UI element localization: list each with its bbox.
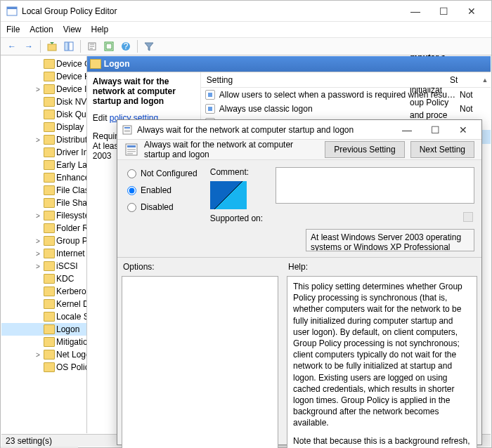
help-label: Help: bbox=[283, 258, 481, 275]
tree-item[interactable]: >Filesystem bbox=[1, 209, 86, 222]
expand-icon[interactable]: > bbox=[34, 86, 42, 93]
toolbar-refresh-icon[interactable] bbox=[102, 39, 116, 53]
toolbar-back-icon[interactable]: ← bbox=[5, 39, 19, 53]
expand-icon[interactable]: > bbox=[34, 136, 42, 144]
tree-item[interactable]: Kerberos bbox=[1, 285, 86, 298]
edit-prefix: Edit bbox=[93, 113, 110, 123]
options-box[interactable] bbox=[122, 276, 278, 448]
tree-pane[interactable]: Device Guard Device Health Attes>Device … bbox=[1, 56, 87, 433]
tree-item[interactable]: Mitigation Options bbox=[1, 336, 86, 348]
help-pane: Help: This policy setting determines whe… bbox=[283, 258, 481, 448]
tree-item-label: Display bbox=[56, 122, 84, 132]
selected-policy-name: Always wait for the network at computer … bbox=[93, 77, 195, 106]
gp-titlebar: Local Group Policy Editor — ☐ ✕ bbox=[1, 1, 491, 22]
folder-icon bbox=[44, 198, 55, 208]
tree-item[interactable]: Kernel DMA Protec bbox=[1, 298, 86, 310]
svg-rect-16 bbox=[127, 149, 136, 150]
tree-item-label: Filesystem bbox=[56, 211, 86, 220]
expand-icon[interactable]: > bbox=[34, 237, 42, 245]
tree-item[interactable]: >Net Logon bbox=[1, 348, 86, 361]
tree-item[interactable]: File Share Shadow C bbox=[1, 197, 86, 209]
gp-window-title: Local Group Policy Editor bbox=[22, 6, 401, 16]
dlg-maximize-button[interactable]: ☐ bbox=[421, 120, 449, 140]
tree-item[interactable]: File Classification In bbox=[1, 184, 86, 197]
tree-item[interactable]: Enhanced Storage A bbox=[1, 171, 86, 184]
radio-disabled[interactable]: Disabled bbox=[127, 202, 198, 212]
windows-logo-icon bbox=[210, 181, 247, 209]
tree-item[interactable]: KDC bbox=[1, 272, 86, 285]
menu-view[interactable]: View bbox=[63, 25, 82, 34]
tree-item[interactable]: OS Policies bbox=[1, 361, 86, 374]
tree-item[interactable]: >Internet Communica bbox=[1, 247, 86, 260]
close-button[interactable]: ✕ bbox=[458, 1, 486, 21]
toolbar-separator bbox=[40, 40, 41, 53]
tree-item[interactable]: Disk NV Cache bbox=[1, 95, 86, 108]
tree-item[interactable]: >Device Installation bbox=[1, 83, 86, 95]
menu-action[interactable]: Action bbox=[30, 25, 53, 34]
list-header: Setting St ▲ bbox=[201, 72, 491, 88]
menu-help[interactable]: Help bbox=[91, 25, 109, 34]
supported-row: At least Windows Server 2003 operating s… bbox=[117, 228, 481, 257]
dlg-titlebar: Always wait for the network at computer … bbox=[117, 120, 481, 140]
tree-item[interactable]: >Distributed COM bbox=[1, 133, 86, 146]
menu-file[interactable]: File bbox=[6, 25, 20, 34]
folder-icon bbox=[44, 362, 55, 372]
svg-rect-2 bbox=[48, 44, 56, 51]
toolbar-filter-icon[interactable] bbox=[142, 39, 156, 53]
svg-rect-12 bbox=[124, 130, 130, 131]
col-setting[interactable]: Setting bbox=[201, 75, 444, 85]
previous-setting-button[interactable]: Previous Setting bbox=[325, 141, 404, 158]
folder-icon bbox=[44, 97, 55, 107]
dlg-close-button[interactable]: ✕ bbox=[449, 120, 477, 140]
radio-enabled[interactable]: Enabled bbox=[127, 185, 198, 195]
svg-rect-13 bbox=[124, 131, 130, 132]
expand-icon[interactable]: > bbox=[34, 250, 42, 258]
list-row[interactable]: Always use classic logonNot bbox=[201, 102, 491, 116]
toolbar-show-hide-icon[interactable] bbox=[62, 39, 76, 53]
toolbar-export-icon[interactable] bbox=[85, 39, 99, 53]
expand-icon[interactable]: > bbox=[34, 263, 42, 270]
tree-item[interactable]: Early Launch Antim bbox=[1, 159, 86, 171]
svg-rect-1 bbox=[7, 7, 17, 9]
dlg-minimize-button[interactable]: — bbox=[393, 120, 421, 140]
folder-icon bbox=[44, 160, 55, 170]
tree-item[interactable]: Locale Services bbox=[1, 310, 86, 323]
tree-item[interactable]: Display bbox=[1, 121, 86, 133]
comment-textarea[interactable] bbox=[276, 167, 474, 204]
tree-item[interactable]: >Group Policy bbox=[1, 235, 86, 247]
toolbar-up-icon[interactable] bbox=[45, 39, 59, 53]
dlg-title: Always wait for the network at computer … bbox=[137, 125, 393, 135]
minimize-button[interactable]: — bbox=[401, 1, 429, 21]
next-setting-button[interactable]: Next Setting bbox=[410, 141, 474, 158]
comment-container bbox=[276, 167, 474, 223]
tree-item-label: Kerberos bbox=[56, 286, 86, 296]
toolbar-help-icon[interactable]: ? bbox=[119, 39, 133, 53]
policy-item-icon bbox=[205, 104, 215, 114]
dlg-window-controls: — ☐ ✕ bbox=[393, 120, 477, 140]
tree-item[interactable]: Device Guard bbox=[1, 58, 86, 70]
folder-icon bbox=[44, 185, 55, 195]
expand-icon[interactable]: > bbox=[34, 212, 42, 220]
tree-item[interactable]: >iSCSI bbox=[1, 260, 86, 272]
expand-icon[interactable]: > bbox=[34, 351, 42, 359]
tree-item[interactable]: Driver Installation bbox=[1, 146, 86, 159]
tree-item[interactable]: Disk Quotas bbox=[1, 108, 86, 121]
toolbar-forward-icon[interactable]: → bbox=[22, 39, 36, 53]
tree-item[interactable]: Logon bbox=[1, 323, 86, 336]
radio-not-configured[interactable]: Not Configured bbox=[127, 169, 198, 178]
maximize-button[interactable]: ☐ bbox=[429, 1, 458, 21]
tree-item-label: Driver Installation bbox=[56, 147, 86, 157]
col-state[interactable]: St bbox=[444, 75, 479, 85]
help-box[interactable]: This policy setting determines whether G… bbox=[287, 276, 477, 448]
tree-item[interactable]: Device Health Attes bbox=[1, 70, 86, 83]
tree-item[interactable]: Folder Redirection bbox=[1, 222, 86, 235]
tree-item-label: File Share Shadow C bbox=[56, 198, 86, 208]
dlg-meta: Comment: Supported on: bbox=[210, 167, 263, 223]
tree-item-label: Device Installation bbox=[56, 84, 86, 94]
svg-rect-3 bbox=[65, 42, 68, 51]
list-row[interactable]: Allow users to select when a password is… bbox=[201, 88, 491, 102]
scroll-up-icon[interactable]: ▲ bbox=[479, 77, 491, 84]
tree-item-label: Early Launch Antim bbox=[56, 160, 86, 170]
gp-app-icon bbox=[6, 6, 18, 17]
policy-item-icon bbox=[205, 90, 215, 100]
